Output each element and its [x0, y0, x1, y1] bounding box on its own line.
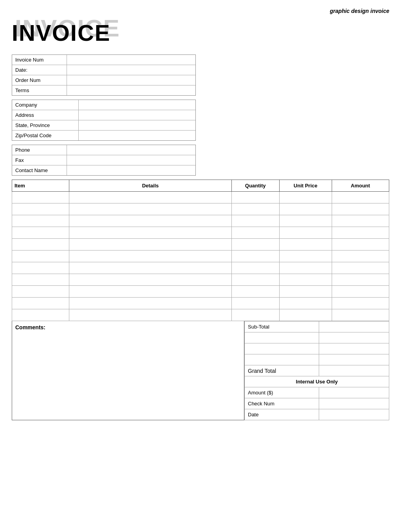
row-1-item[interactable] — [12, 203, 69, 215]
row-1-unit_price[interactable] — [279, 203, 332, 215]
row-0-unit_price[interactable] — [279, 192, 332, 203]
row-10-details[interactable] — [69, 309, 231, 321]
row-4-unit_price[interactable] — [279, 239, 332, 251]
terms-value[interactable] — [67, 85, 195, 95]
row-10-item[interactable] — [12, 309, 69, 321]
row-8-quantity[interactable] — [231, 286, 279, 298]
contact-name-row: Contact Name — [12, 165, 195, 175]
row-3-quantity[interactable] — [231, 227, 279, 239]
row-0-quantity[interactable] — [231, 192, 279, 203]
internal-use-only-header: Internal Use Only — [245, 376, 389, 387]
table-header-row: Item Details Quantity Unit Price Amount — [12, 180, 389, 192]
row-3-amount[interactable] — [332, 227, 389, 239]
phone-value[interactable] — [67, 145, 195, 155]
row-5-details[interactable] — [69, 251, 231, 262]
header-unit-price: Unit Price — [279, 180, 332, 192]
zip-value[interactable] — [79, 131, 195, 140]
row-9-unit_price[interactable] — [279, 298, 332, 309]
row-2-quantity[interactable] — [231, 215, 279, 227]
subtotal-value[interactable] — [319, 321, 389, 332]
row-9-quantity[interactable] — [231, 298, 279, 309]
check-num-value[interactable] — [319, 398, 389, 409]
row-7-details[interactable] — [69, 274, 231, 286]
table-row — [12, 274, 389, 286]
row-5-quantity[interactable] — [231, 251, 279, 262]
subtotal-row: Sub-Total — [245, 321, 389, 332]
row-3-unit_price[interactable] — [279, 227, 332, 239]
row-7-quantity[interactable] — [231, 274, 279, 286]
row-1-amount[interactable] — [332, 203, 389, 215]
row-2-item[interactable] — [12, 215, 69, 227]
row-5-item[interactable] — [12, 251, 69, 262]
row-7-unit_price[interactable] — [279, 274, 332, 286]
row-0-item[interactable] — [12, 192, 69, 203]
row-5-unit_price[interactable] — [279, 251, 332, 262]
invoice-num-value[interactable] — [67, 55, 195, 65]
table-row — [12, 262, 389, 274]
state-province-value[interactable] — [79, 120, 195, 130]
row-10-amount[interactable] — [332, 309, 389, 321]
subtotal-label: Sub-Total — [245, 321, 319, 332]
fax-value[interactable] — [67, 155, 195, 165]
row-9-details[interactable] — [69, 298, 231, 309]
row-3-details[interactable] — [69, 227, 231, 239]
extra-value-1[interactable] — [319, 332, 389, 343]
row-10-quantity[interactable] — [231, 309, 279, 321]
items-table: Item Details Quantity Unit Price Amount — [12, 180, 389, 321]
row-4-details[interactable] — [69, 239, 231, 251]
order-num-row: Order Num — [12, 75, 195, 85]
row-3-item[interactable] — [12, 227, 69, 239]
row-6-quantity[interactable] — [231, 262, 279, 274]
totals-table: Sub-Total Grand Total — [244, 321, 389, 420]
row-6-item[interactable] — [12, 262, 69, 274]
zip-label: Zip/Postal Code — [12, 131, 79, 140]
address-row: Address — [12, 110, 195, 120]
table-row — [12, 215, 389, 227]
row-4-quantity[interactable] — [231, 239, 279, 251]
invoice-title-wrapper: INVOICE INVOICE — [12, 16, 98, 47]
grand-total-value[interactable] — [319, 365, 389, 376]
row-7-amount[interactable] — [332, 274, 389, 286]
internal-date-value[interactable] — [319, 409, 389, 420]
company-value[interactable] — [79, 100, 195, 110]
row-6-amount[interactable] — [332, 262, 389, 274]
row-8-unit_price[interactable] — [279, 286, 332, 298]
row-6-details[interactable] — [69, 262, 231, 274]
row-8-amount[interactable] — [332, 286, 389, 298]
extra-row-1 — [245, 332, 389, 343]
header-item: Item — [12, 180, 69, 192]
amount-dollar-value[interactable] — [319, 387, 389, 398]
row-2-unit_price[interactable] — [279, 215, 332, 227]
row-9-amount[interactable] — [332, 298, 389, 309]
row-5-amount[interactable] — [332, 251, 389, 262]
order-num-label: Order Num — [12, 75, 67, 85]
order-num-value[interactable] — [67, 75, 195, 85]
date-value[interactable] — [67, 65, 195, 75]
row-6-unit_price[interactable] — [279, 262, 332, 274]
grand-total-label: Grand Total — [245, 365, 319, 376]
amount-dollar-label: Amount ($) — [245, 387, 319, 398]
row-8-item[interactable] — [12, 286, 69, 298]
row-10-unit_price[interactable] — [279, 309, 332, 321]
extra-value-3[interactable] — [319, 354, 389, 365]
row-8-details[interactable] — [69, 286, 231, 298]
row-0-details[interactable] — [69, 192, 231, 203]
address-value[interactable] — [79, 110, 195, 120]
row-0-amount[interactable] — [332, 192, 389, 203]
row-1-details[interactable] — [69, 203, 231, 215]
row-4-item[interactable] — [12, 239, 69, 251]
extra-value-2[interactable] — [319, 343, 389, 354]
row-1-quantity[interactable] — [231, 203, 279, 215]
contact-name-value[interactable] — [67, 165, 195, 175]
table-row — [12, 309, 389, 321]
zip-row: Zip/Postal Code — [12, 131, 195, 140]
invoice-num-row: Invoice Num — [12, 55, 195, 65]
row-2-details[interactable] — [69, 215, 231, 227]
row-7-item[interactable] — [12, 274, 69, 286]
header-amount: Amount — [332, 180, 389, 192]
row-9-item[interactable] — [12, 298, 69, 309]
grand-total-row: Grand Total — [245, 365, 389, 376]
row-4-amount[interactable] — [332, 239, 389, 251]
row-2-amount[interactable] — [332, 215, 389, 227]
company-info-section: Company Address State, Province Zip/Post… — [12, 100, 196, 141]
